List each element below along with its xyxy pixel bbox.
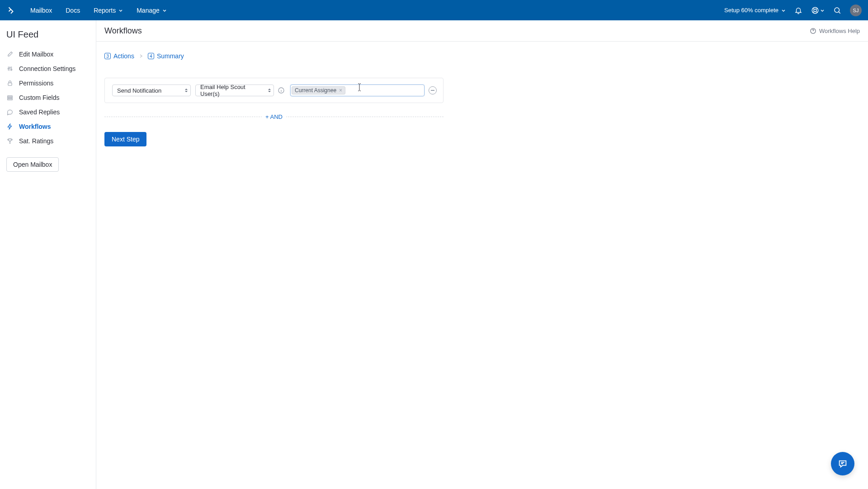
search-icon[interactable] (833, 6, 842, 15)
breadcrumb-step-number: 3 (104, 53, 111, 59)
action-row: Send Notification Email Help Scout User(… (104, 78, 443, 103)
breadcrumb-step-summary[interactable]: 4 Summary (148, 52, 184, 60)
notifications-icon[interactable] (794, 6, 803, 15)
sidebar-item-edit-mailbox[interactable]: Edit Mailbox (0, 47, 96, 61)
sidebar-item-label: Connection Settings (19, 65, 75, 72)
logo-icon[interactable] (6, 6, 15, 15)
nav-docs-label: Docs (66, 7, 80, 14)
sidebar-item-label: Saved Replies (19, 108, 60, 116)
action-type-select[interactable]: Send Notification (112, 85, 191, 96)
tag-label: Current Assignee (295, 87, 336, 94)
select-value: Email Help Scout User(s) (200, 84, 261, 97)
breadcrumb-step-number: 4 (148, 53, 154, 59)
setup-status-label: Setup 60% complete (724, 7, 778, 14)
svg-point-1 (814, 9, 816, 12)
svg-rect-9 (8, 99, 13, 100)
svg-rect-6 (8, 83, 12, 85)
top-navigation: Mailbox Docs Reports Manage Setup 60% co… (0, 0, 868, 20)
page-header: Workflows Workflows Help (96, 20, 868, 42)
chevron-right-icon (139, 52, 143, 60)
svg-point-5 (11, 69, 12, 70)
lock-icon (6, 80, 14, 87)
sidebar-item-custom-fields[interactable]: Custom Fields (0, 90, 96, 105)
notification-method-select[interactable]: Email Help Scout User(s) (195, 85, 274, 96)
sidebar-title: UI Feed (0, 29, 96, 47)
sidebar-item-label: Workflows (19, 123, 51, 130)
chevron-down-icon (820, 8, 825, 13)
chat-fab[interactable] (831, 452, 854, 475)
workflow-icon (6, 123, 14, 130)
sidebar-item-sat-ratings[interactable]: Sat. Ratings (0, 134, 96, 148)
tag-remove-icon[interactable]: × (339, 87, 342, 94)
info-icon[interactable] (278, 87, 285, 94)
sidebar-item-saved-replies[interactable]: Saved Replies (0, 105, 96, 119)
nav-reports[interactable]: Reports (87, 0, 130, 20)
nav-manage-label: Manage (137, 7, 160, 14)
svg-point-4 (9, 67, 10, 68)
chevron-down-icon (162, 8, 167, 13)
tag-text-field[interactable] (346, 86, 423, 94)
breadcrumb-step-actions[interactable]: 3 Actions (104, 52, 134, 60)
sidebar-item-workflows[interactable]: Workflows (0, 119, 96, 134)
workflows-help-link[interactable]: Workflows Help (810, 28, 860, 34)
sidebar-item-connection-settings[interactable]: Connection Settings (0, 61, 96, 76)
add-and-button[interactable]: + AND (262, 113, 286, 120)
list-icon (6, 94, 14, 101)
recipient-tag-input[interactable]: Current Assignee × (290, 85, 425, 96)
nav-mailbox-label: Mailbox (30, 7, 52, 14)
remove-action-button[interactable] (429, 86, 437, 94)
nav-reports-label: Reports (94, 7, 116, 14)
sidebar-item-label: Sat. Ratings (19, 137, 53, 145)
select-value: Send Notification (117, 87, 161, 94)
tag-chip: Current Assignee × (292, 86, 345, 94)
help-menu[interactable] (811, 6, 825, 14)
next-step-button[interactable]: Next Step (104, 132, 146, 146)
nav-docs[interactable]: Docs (59, 0, 87, 20)
and-divider: + AND (104, 113, 443, 120)
sidebar-item-permissions[interactable]: Permissions (0, 76, 96, 90)
chevron-down-icon (118, 8, 123, 13)
sidebar: UI Feed Edit Mailbox Connection Settings… (0, 20, 96, 489)
main-content: Workflows Workflows Help 3 Actions 4 Sum… (96, 20, 868, 489)
trophy-icon (6, 137, 14, 145)
sidebar-item-label: Custom Fields (19, 94, 59, 101)
breadcrumb: 3 Actions 4 Summary (104, 52, 860, 60)
sidebar-item-label: Permissions (19, 80, 53, 87)
avatar-initials: SJ (853, 8, 859, 13)
chat-bubble-icon (838, 459, 848, 469)
help-circle-icon (810, 28, 816, 34)
nav-mailbox[interactable]: Mailbox (24, 0, 59, 20)
page-title: Workflows (104, 26, 142, 36)
life-ring-icon (811, 6, 819, 14)
sidebar-item-label: Edit Mailbox (19, 51, 53, 58)
chevron-down-icon (781, 8, 786, 13)
svg-point-2 (835, 8, 840, 13)
svg-rect-8 (8, 97, 13, 98)
setup-status[interactable]: Setup 60% complete (724, 7, 786, 14)
nav-right: Setup 60% complete SJ (724, 5, 862, 16)
avatar[interactable]: SJ (850, 5, 862, 16)
svg-point-3 (8, 68, 9, 69)
breadcrumb-step-label: Summary (157, 52, 184, 60)
pencil-icon (6, 51, 14, 58)
settings-icon (6, 65, 14, 72)
svg-rect-7 (8, 96, 13, 97)
nav-manage[interactable]: Manage (130, 0, 174, 20)
help-link-label: Workflows Help (819, 28, 860, 34)
breadcrumb-step-label: Actions (113, 52, 134, 60)
chat-icon (6, 108, 14, 116)
open-mailbox-button[interactable]: Open Mailbox (6, 157, 59, 172)
nav-items: Mailbox Docs Reports Manage (24, 0, 174, 20)
